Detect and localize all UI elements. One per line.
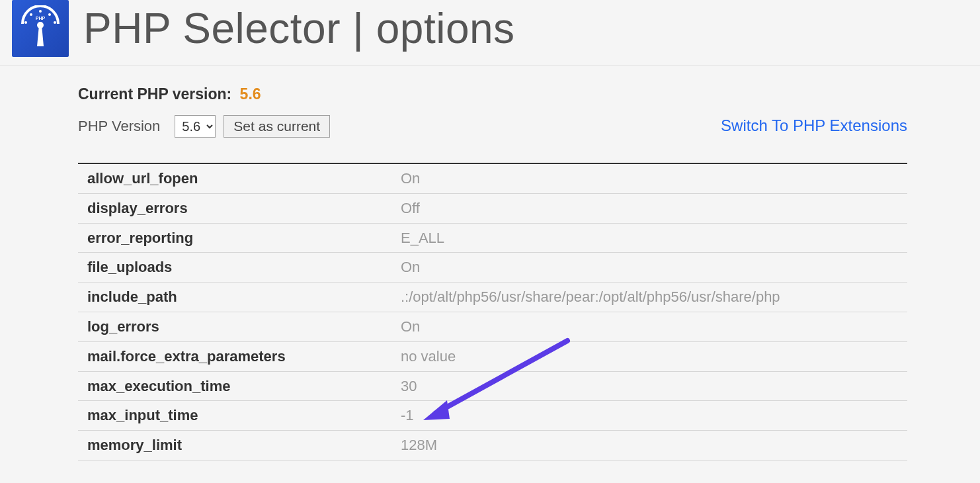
svg-point-4 <box>54 21 56 24</box>
table-row: max_input_time -1 <box>78 401 907 431</box>
setting-value[interactable]: E_ALL <box>391 223 907 253</box>
svg-point-2 <box>39 10 42 13</box>
setting-key: max_execution_time <box>78 371 391 401</box>
setting-value[interactable]: On <box>391 163 907 193</box>
setting-value[interactable]: .:/opt/alt/php56/usr/share/pear:/opt/alt… <box>391 283 907 312</box>
php-version-label: PHP Version <box>78 118 160 135</box>
table-row: display_errors Off <box>78 193 907 223</box>
page-header: PHP PHP Selector | options <box>0 0 980 66</box>
svg-point-0 <box>24 21 27 24</box>
setting-value[interactable]: no value <box>391 341 907 371</box>
svg-point-3 <box>48 13 51 16</box>
current-php-version-line: Current PHP version: 5.6 <box>78 85 907 103</box>
set-as-current-button[interactable]: Set as current <box>224 115 330 138</box>
setting-key: include_path <box>78 283 391 312</box>
table-row: allow_url_fopen On <box>78 163 907 193</box>
setting-key: mail.force_extra_parameters <box>78 341 391 371</box>
setting-key: allow_url_fopen <box>78 163 391 193</box>
table-row: log_errors On <box>78 312 907 341</box>
setting-key: display_errors <box>78 193 391 223</box>
page-title: PHP Selector | options <box>83 4 515 53</box>
setting-value[interactable]: -1 <box>391 401 907 431</box>
table-row: include_path .:/opt/alt/php56/usr/share/… <box>78 283 907 312</box>
table-row: max_execution_time 30 <box>78 371 907 401</box>
setting-key: memory_limit <box>78 431 391 461</box>
setting-value[interactable]: Off <box>391 193 907 223</box>
setting-key: max_input_time <box>78 401 391 431</box>
table-row: mail.force_extra_parameters no value <box>78 341 907 371</box>
switch-to-php-extensions-link[interactable]: Switch To PHP Extensions <box>721 116 907 135</box>
setting-value[interactable]: 30 <box>391 371 907 401</box>
svg-point-6 <box>37 22 44 28</box>
setting-key: log_errors <box>78 312 391 341</box>
table-row: file_uploads On <box>78 253 907 283</box>
svg-point-1 <box>30 13 32 16</box>
current-version-value: 5.6 <box>240 85 261 103</box>
table-row: memory_limit 128M <box>78 431 907 461</box>
app-logo-icon: PHP <box>12 0 69 57</box>
setting-key: error_reporting <box>78 223 391 253</box>
svg-text:PHP: PHP <box>36 16 46 21</box>
setting-value[interactable]: 128M <box>391 431 907 461</box>
php-version-select[interactable]: 5.6 <box>175 115 216 138</box>
table-row: error_reporting E_ALL <box>78 223 907 253</box>
php-settings-table: allow_url_fopen On display_errors Off er… <box>78 163 907 461</box>
setting-value[interactable]: On <box>391 312 907 341</box>
current-version-label: Current PHP version: <box>78 85 231 103</box>
setting-key: file_uploads <box>78 253 391 283</box>
setting-value[interactable]: On <box>391 253 907 283</box>
